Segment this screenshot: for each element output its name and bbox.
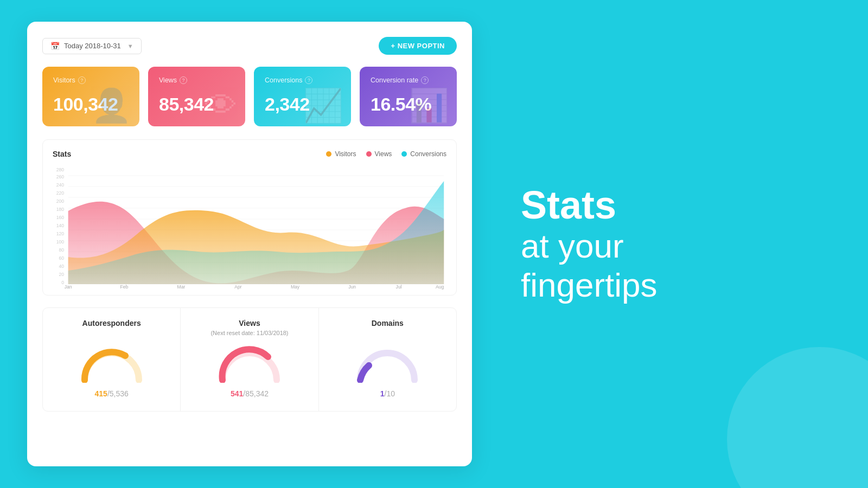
svg-text:Jul: Jul [396, 284, 402, 290]
hero-tagline: at yourfingertips [521, 227, 658, 303]
chart-area: 0 20 40 60 80 100 120 140 160 180 200 22… [53, 165, 446, 290]
svg-text:60: 60 [59, 255, 64, 261]
legend-visitors-dot [326, 151, 331, 157]
autoresponders-used: 415 [95, 389, 107, 398]
visitors-label: Visitors ? [53, 76, 129, 84]
new-poptin-button[interactable]: + NEW POPTIN [379, 37, 457, 55]
chart-header: Stats Visitors Views Conversions [53, 150, 446, 158]
visitors-help-icon[interactable]: ? [78, 76, 86, 84]
decorative-circle [727, 347, 868, 488]
conversions-bg-icon: 📈 [303, 89, 343, 122]
conversion-rate-help-icon[interactable]: ? [421, 76, 429, 84]
chart-svg: 0 20 40 60 80 100 120 140 160 180 200 22… [53, 165, 446, 290]
autoresponders-values: 415/5,536 [52, 389, 171, 398]
date-label: Today 2018-10-31 [64, 42, 121, 50]
chart-title: Stats [53, 150, 71, 158]
svg-text:May: May [291, 284, 300, 290]
svg-text:120: 120 [56, 231, 64, 236]
svg-text:280: 280 [56, 167, 64, 172]
svg-text:40: 40 [59, 264, 64, 269]
domains-values: 1/10 [328, 389, 448, 398]
conversion-rate-label: Conversion rate ? [371, 76, 446, 84]
domains-title: Domains [328, 319, 448, 328]
svg-text:Jan: Jan [65, 284, 72, 290]
svg-text:100: 100 [56, 239, 64, 245]
views-bg-icon: 👁 [205, 89, 238, 122]
conversions-label: Conversions ? [265, 76, 340, 84]
header-row: 📅 Today 2018-10-31 ▼ + NEW POPTIN [42, 37, 457, 55]
conversion-rate-bg-icon: 📊 [409, 89, 449, 122]
svg-text:Mar: Mar [177, 284, 186, 290]
legend-conversions: Conversions [401, 150, 446, 158]
svg-text:260: 260 [56, 174, 64, 179]
domains-total-val: 10 [386, 389, 395, 398]
legend-views: Views [366, 150, 392, 158]
right-panel: Stats at yourfingertips [499, 0, 868, 488]
views-label: Views ? [159, 76, 234, 84]
chart-legend: Visitors Views Conversions [326, 150, 446, 158]
dashboard-card: 📅 Today 2018-10-31 ▼ + NEW POPTIN Visito… [27, 22, 472, 466]
autoresponders-subtitle [52, 330, 171, 336]
svg-text:0: 0 [61, 280, 64, 285]
legend-conversions-label: Conversions [410, 150, 446, 158]
views-card: Views ? 85,342 👁 [148, 67, 245, 126]
svg-text:Aug: Aug [436, 284, 444, 290]
svg-text:80: 80 [59, 247, 64, 253]
visitors-card: Visitors ? 100,342 👤 [42, 67, 139, 126]
bottom-section: Autoresponders 415/5,536 Views ( [42, 307, 457, 412]
autoresponders-total-val: 5,536 [110, 389, 129, 398]
autoresponders-gauge [79, 345, 144, 383]
svg-text:Jun: Jun [348, 284, 356, 290]
domains-gauge [355, 345, 420, 383]
views-gauge [217, 345, 282, 383]
stats-cards-row: Visitors ? 100,342 👤 Views ? 85,342 👁 Co… [42, 67, 457, 126]
chevron-down-icon: ▼ [127, 43, 133, 49]
svg-text:160: 160 [56, 215, 64, 220]
svg-text:Apr: Apr [234, 284, 241, 290]
conversions-help-icon[interactable]: ? [305, 76, 312, 84]
domains-card: Domains 1/10 [319, 308, 456, 411]
autoresponders-card: Autoresponders 415/5,536 [43, 308, 181, 411]
conversion-rate-card: Conversion rate ? 16.54% 📊 [360, 67, 457, 126]
conversions-card: Conversions ? 2,342 📈 [254, 67, 351, 126]
legend-visitors-label: Visitors [335, 150, 356, 158]
views-help-icon[interactable]: ? [180, 76, 187, 84]
views-used: 541 [231, 389, 243, 398]
views-bottom-values: 541/85,342 [189, 389, 309, 398]
views-bottom-subtitle: (Next reset date: 11/03/2018) [189, 330, 309, 336]
legend-conversions-dot [401, 151, 407, 157]
svg-text:Feb: Feb [120, 284, 128, 290]
svg-text:200: 200 [56, 198, 64, 204]
hero-stats-word: Stats [521, 184, 835, 227]
svg-text:300: 300 [56, 165, 64, 166]
chart-section: Stats Visitors Views Conversions [42, 139, 457, 296]
domains-subtitle [328, 330, 448, 336]
views-total-val: 85,342 [245, 389, 269, 398]
visitors-bg-icon: 👤 [91, 89, 132, 122]
hero-text: Stats at yourfingertips [521, 184, 835, 304]
views-bottom-card: Views (Next reset date: 11/03/2018) 541/… [181, 308, 318, 411]
views-bottom-title: Views [189, 319, 309, 328]
svg-text:20: 20 [59, 272, 64, 277]
svg-text:220: 220 [56, 190, 64, 196]
left-panel: 📅 Today 2018-10-31 ▼ + NEW POPTIN Visito… [0, 0, 499, 488]
svg-text:180: 180 [56, 207, 64, 212]
autoresponders-title: Autoresponders [52, 319, 171, 328]
svg-text:240: 240 [56, 182, 64, 188]
legend-views-dot [366, 151, 372, 157]
date-selector[interactable]: 📅 Today 2018-10-31 ▼ [42, 38, 142, 54]
calendar-icon: 📅 [50, 42, 60, 50]
legend-visitors: Visitors [326, 150, 356, 158]
legend-views-label: Views [375, 150, 392, 158]
svg-text:140: 140 [56, 223, 64, 228]
